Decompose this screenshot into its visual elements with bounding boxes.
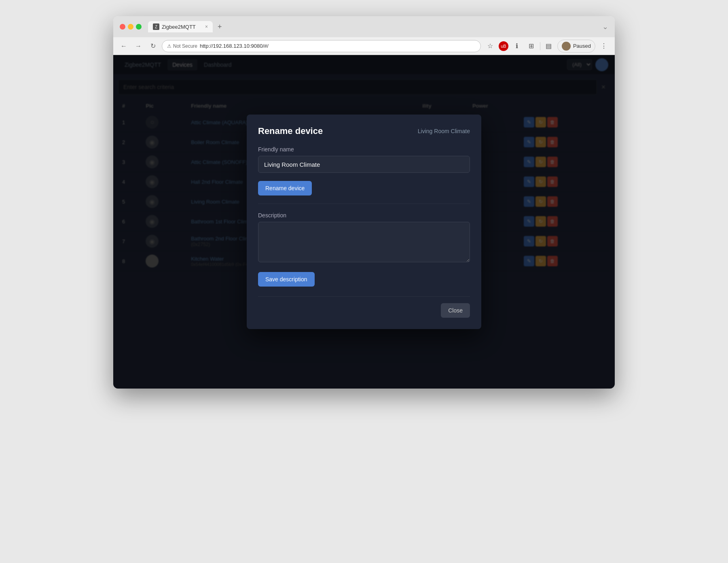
forward-button[interactable]: → [133,40,144,52]
bookmark-btn[interactable]: ☆ [484,40,496,52]
info-btn[interactable]: ℹ [511,40,523,52]
rename-device-btn[interactable]: Rename device [258,181,312,195]
tab-favicon: Z [153,23,159,30]
profile-avatar [562,42,571,51]
description-textarea[interactable] [258,222,470,262]
modal-overlay: Rename device Living Room Climate Friend… [113,55,615,389]
app-content: Zigbee2MQTT Devices Dashboard (All) × # [113,55,615,389]
tab-bar: Z Zigbee2MQTT × + [148,21,599,33]
modal-title: Rename device [258,126,323,136]
minimize-window-button[interactable] [128,24,133,30]
tab-close-btn[interactable]: × [205,24,208,30]
warning-icon: ⚠ [167,43,171,49]
friendly-name-label: Friendly name [258,146,470,153]
save-description-btn[interactable]: Save description [258,272,315,287]
modal-header: Rename device Living Room Climate [258,126,470,136]
refresh-button[interactable]: ↻ [147,40,159,52]
address-bar[interactable]: ⚠ Not Secure http://192.168.123.10:9080/… [162,40,481,52]
sidebar-btn[interactable]: ▤ [543,40,555,52]
maximize-window-button[interactable] [136,24,142,30]
section-divider [258,204,470,204]
friendly-name-group: Friendly name [258,146,470,173]
description-label: Description [258,212,470,219]
expand-btn[interactable]: ⌄ [602,22,608,31]
traffic-lights [120,24,142,30]
friendly-name-input[interactable] [258,156,470,173]
tab-title: Zigbee2MQTT [162,24,196,30]
extensions-btn[interactable]: ⊞ [525,40,538,52]
modal-subtitle: Living Room Climate [418,128,470,134]
close-modal-btn[interactable]: Close [441,303,470,318]
active-tab[interactable]: Z Zigbee2MQTT × [148,21,213,32]
address-url: http://192.168.123.10:9080/#/ [200,43,269,49]
browser-toolbar: ← → ↻ ⚠ Not Secure http://192.168.123.10… [113,37,615,55]
modal-footer: Close [258,296,470,318]
close-window-button[interactable] [120,24,125,30]
ublock-btn[interactable]: uB [499,41,508,51]
not-secure-label: Not Secure [173,43,197,49]
rename-device-modal: Rename device Living Room Climate Friend… [247,115,481,329]
description-group: Description [258,212,470,264]
back-button[interactable]: ← [118,40,129,52]
toolbar-actions: ☆ uB ℹ ⊞ ▤ Paused ⋮ [484,40,610,53]
profile-label: Paused [573,43,591,49]
more-options-btn[interactable]: ⋮ [598,40,610,52]
profile-btn[interactable]: Paused [557,40,595,53]
security-indicator: ⚠ Not Secure [167,43,197,49]
new-tab-btn[interactable]: + [214,21,225,33]
browser-titlebar: Z Zigbee2MQTT × + ⌄ [113,16,615,37]
